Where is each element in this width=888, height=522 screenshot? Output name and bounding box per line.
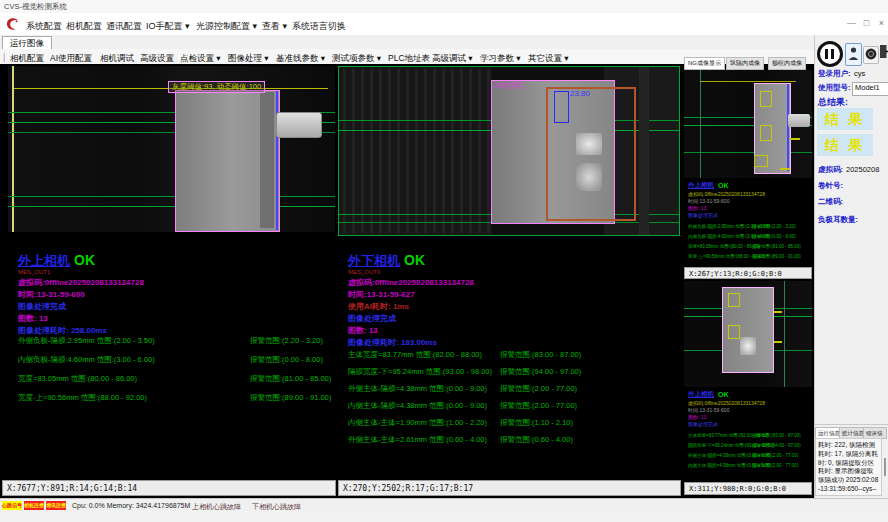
thumb-time-line: 时间:13-31-59-600 bbox=[688, 199, 729, 204]
measurement-row: 宽度=83.05mm 范围:(80.00 - 86.00)报警范围:(81.00… bbox=[688, 244, 812, 254]
alarm-range: 报警范围:(2.20 - 3.20) bbox=[250, 336, 323, 346]
alarm-range: 报警范围:(0.60 - 4.00) bbox=[500, 435, 573, 445]
thumb-count-line: 图数: 13 bbox=[688, 415, 706, 420]
mes-status-left: MES_OUT1 bbox=[18, 269, 50, 275]
texture-band bbox=[639, 67, 649, 236]
pixel-coords-thumb-top: X:267;Y:13;R:0;G:0;B:0 bbox=[684, 267, 812, 279]
pause-button[interactable] bbox=[817, 41, 843, 67]
green-guide-line bbox=[684, 152, 812, 153]
yellow-marker bbox=[774, 341, 782, 343]
yellow-roi-box bbox=[760, 125, 772, 141]
login-user-button[interactable] bbox=[845, 43, 862, 66]
result-ok-middle: OK bbox=[404, 253, 425, 267]
mes-status-middle: MES_OUT0 bbox=[348, 269, 380, 275]
count-line-left: 图数: 13 bbox=[18, 315, 48, 323]
alarm-range: 报警范围:(1.10 - 2.10) bbox=[500, 418, 573, 428]
yellow-guide-line bbox=[700, 81, 796, 82]
measurement-value: 内侧主体-主体=1.90mm 范围:(1.00 - 2.20) bbox=[348, 418, 487, 428]
yellow-roi-box bbox=[760, 91, 772, 107]
thumb-tab-row: NG成像显示 纵隔内成像 极组内成像 bbox=[684, 57, 812, 69]
measurement-list-middle: 主体宽度=83.77mm 范围:(82.00 - 88.00)报警范围:(83.… bbox=[348, 350, 678, 452]
model-label: 使用型号: bbox=[818, 84, 851, 92]
menu-comm-config[interactable]: 通讯配置 bbox=[106, 20, 142, 33]
alarm-range: 报警范围:(83.00 - 87.00) bbox=[752, 433, 801, 438]
ai-roi-value: 23.80 bbox=[570, 90, 590, 98]
menu-bar: 系统配置 相机配置 通讯配置 IO手配置 ▾ 光源控制配置 ▾ 查看 ▾ 系统语… bbox=[0, 13, 888, 36]
thumbnail-text-top: 外上相机 OK 虚拟码:0ffline20250208133134728 时间:… bbox=[688, 182, 812, 266]
tab-septum-image[interactable]: 纵隔内成像 bbox=[726, 57, 764, 70]
gripper-connector bbox=[788, 114, 810, 127]
thumb-result-ok: OK bbox=[718, 391, 729, 398]
alarm-range: 报警范围:(0.00 - 8.00) bbox=[752, 234, 796, 239]
close-button[interactable]: × bbox=[875, 17, 888, 30]
minimize-button[interactable]: — bbox=[845, 17, 858, 30]
maximize-button[interactable]: □ bbox=[860, 17, 873, 30]
yellow-marker bbox=[774, 311, 782, 313]
tab-run-image[interactable]: 运行图像 bbox=[2, 36, 52, 50]
yellow-roi-box bbox=[728, 325, 740, 339]
run-log-text[interactable]: 耗时: 222, 纵隔检测耗时: 17, 纵隔分离耗时: 0, 纵隔提取分区耗时… bbox=[815, 438, 882, 496]
thumb-camera-title: 外上相机 bbox=[688, 391, 714, 398]
pixel-coords-left: X:7677;Y:891;R:14;G:14;B:14 bbox=[2, 480, 336, 496]
measurement-value: 内侧主体-隔膜=4.38mm 范围:(0.00 - 9.00) bbox=[348, 401, 487, 411]
alarm-range: 报警范围:(83.00 - 87.00) bbox=[500, 350, 581, 360]
thumbnail-image-bottom[interactable] bbox=[684, 281, 812, 387]
lens-button[interactable] bbox=[863, 46, 879, 64]
thumbnail-text-bottom: 外上相机 OK 虚拟码:0ffline20250208133134728 时间:… bbox=[688, 391, 812, 475]
camera-title-middle: 外下相机 bbox=[348, 254, 400, 267]
tab-ng-image[interactable]: NG成像显示 bbox=[684, 57, 725, 70]
measurement-value: 外侧主体-主体=2.61mm 范围:(0.60 - 4.00) bbox=[348, 435, 487, 445]
bright-vertical-line bbox=[12, 66, 14, 232]
thumbnail-image-top[interactable] bbox=[684, 70, 812, 178]
exit-door-icon bbox=[879, 44, 888, 59]
measurement-row: 外侧主体-主体=2.61mm 范围:(0.60 - 4.00)报警范围:(0.6… bbox=[348, 435, 678, 452]
thumb-done-line: 图像处理完成 bbox=[688, 213, 718, 218]
model-select[interactable]: Model1 bbox=[852, 82, 888, 96]
camera-image-left[interactable]: 灰度阈值:93, 动态阈值:100 bbox=[8, 66, 335, 232]
menu-io-config[interactable]: IO手配置 ▾ bbox=[146, 20, 190, 33]
menu-system-config[interactable]: 系统配置 bbox=[26, 20, 62, 33]
user-icon bbox=[848, 46, 859, 61]
menu-view[interactable]: 查看 ▾ bbox=[262, 20, 287, 33]
barcode-line-middle: 虚拟码:0ffline20250208133134728 bbox=[348, 279, 474, 287]
elapsed-line-middle: 图像处理耗时: 183.00ms bbox=[348, 339, 437, 347]
upper-camera-fault-status: 上相机心跳故障 bbox=[192, 502, 241, 512]
thumb-barcode-line: 虚拟码:0ffline20250208133134728 bbox=[688, 401, 765, 406]
pause-icon bbox=[831, 49, 834, 59]
ai-detect-box bbox=[554, 91, 569, 123]
log-scrollbar[interactable] bbox=[884, 458, 886, 476]
window-title: CVS-视觉检测系统 bbox=[4, 3, 67, 11]
measurement-row: 内侧主体-主体=1.90mm 范围:(1.00 - 2.20)报警范围:(1.1… bbox=[348, 418, 678, 435]
ai-time-line-middle: 使用AI耗时: 1ms bbox=[348, 303, 409, 311]
tab-electrode-image[interactable]: 极组内成像 bbox=[768, 57, 806, 70]
yellow-roi-box bbox=[728, 293, 740, 307]
menu-light-config[interactable]: 光源控制配置 ▾ bbox=[196, 20, 257, 33]
thumb-count-line: 图数: 13 bbox=[688, 206, 706, 211]
yellow-marker bbox=[780, 168, 790, 170]
measurement-row: 内侧主体-隔膜=4.38mm 范围:(0.00 - 9.00)报警范围:(2.0… bbox=[348, 401, 678, 418]
toolbar-divider: | bbox=[3, 52, 5, 62]
menu-camera-config[interactable]: 相机配置 bbox=[66, 20, 102, 33]
thumb-measurement-list: 主体宽度=83.77mm 范围:(82.00 - 88.00)报警范围:(83.… bbox=[688, 433, 812, 473]
cpu-memory-status: Cpu: 0.0% Memory: 3424.41796875M bbox=[72, 502, 190, 509]
alarm-range: 报警范围:(2.00 - 77.00) bbox=[500, 384, 577, 394]
measurement-row: 内侧主体-隔膜=4.38mm 范围:(0.00 - 9.00)报警范围:(2.0… bbox=[688, 463, 812, 473]
measurement-value: 宽度=83.05mm 范围:(80.00 - 86.00) bbox=[18, 374, 137, 384]
camera-status-badge: 相机连接 bbox=[24, 501, 44, 510]
menu-language[interactable]: 系统语言切换 bbox=[292, 20, 346, 33]
thumb-camera-title: 外上相机 bbox=[688, 182, 714, 189]
measurement-row: 隔膜宽度-下=95.24mm 范围:(93.00 - 98.00)报警范围:(9… bbox=[688, 443, 812, 453]
time-line-left: 时间:13-31-59-600 bbox=[18, 291, 85, 299]
negative-tab-count-label: 负极耳数量: bbox=[818, 216, 858, 224]
thumb-barcode-line: 虚拟码:0ffline20250208133134728 bbox=[688, 192, 765, 197]
info-tab-row: 运行信息 统计信息 错误信息 bbox=[815, 427, 887, 437]
pin-number-label: 卷针号: bbox=[818, 182, 843, 190]
pause-icon bbox=[825, 49, 828, 59]
login-user-label: 登录用户: bbox=[818, 70, 851, 78]
camera-image-middle[interactable]: AI检测框 23.80 bbox=[338, 66, 680, 236]
sidebar-divider bbox=[814, 424, 888, 425]
title-bar: CVS-视觉检测系统 bbox=[0, 0, 888, 14]
exit-button[interactable] bbox=[879, 44, 888, 62]
bright-reflection bbox=[740, 337, 756, 355]
done-line-middle: 图像处理完成 bbox=[348, 315, 396, 323]
